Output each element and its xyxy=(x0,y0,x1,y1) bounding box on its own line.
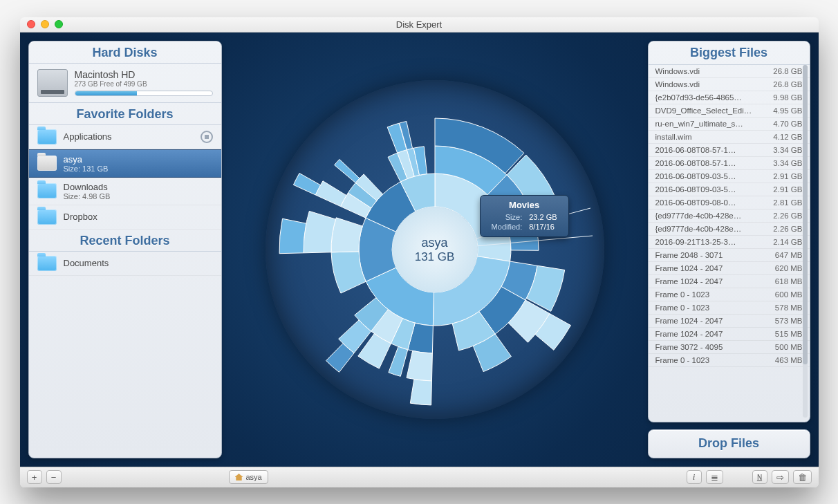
file-name: Windows.vdi xyxy=(655,67,700,75)
file-row[interactable]: Frame 1024 - 2047573 MB xyxy=(649,315,810,328)
file-row[interactable]: 2016-06-08T09-03-5…2.91 GB xyxy=(649,170,810,183)
hard-disk-icon xyxy=(37,69,68,97)
file-name: 2016-06-08T09-03-5… xyxy=(655,185,736,194)
info-button[interactable]: i xyxy=(687,470,702,484)
left-sidebar: Hard Disks Macintosh HD 273 GB Free of 4… xyxy=(28,41,222,458)
folder-icon xyxy=(37,129,57,144)
file-name: Frame 0 - 1023 xyxy=(655,290,710,299)
export-button[interactable]: ⇨ xyxy=(772,470,789,484)
file-size: 618 MB xyxy=(775,277,803,286)
file-row[interactable]: {e2b07d93-de56-4865…9.98 GB xyxy=(649,91,810,104)
file-name: {e2b07d93-de56-4865… xyxy=(655,93,742,102)
disk-usage-bar xyxy=(75,91,213,96)
file-row[interactable]: {ed9777de-4c0b-428e…2.26 GB xyxy=(649,223,810,236)
file-row[interactable]: Windows.vdi26.8 GB xyxy=(649,78,810,91)
recent-folders-title: Recent Folders xyxy=(29,230,221,252)
sunburst-area: asya 131 GB Movies Size:23.2 GB Modified… xyxy=(230,41,640,458)
file-name: 2016-06-08T09-08-0… xyxy=(655,198,736,207)
file-row[interactable]: Frame 0 - 1023578 MB xyxy=(649,301,810,315)
file-row[interactable]: Frame 3072 - 4095500 MB xyxy=(649,341,810,354)
file-size: 578 MB xyxy=(775,304,803,312)
sidebar-item-downloads[interactable]: DownloadsSize: 4.98 GB xyxy=(29,178,221,205)
add-button[interactable]: + xyxy=(27,470,42,484)
file-size: 2.26 GB xyxy=(773,212,802,220)
file-row[interactable]: Frame 1024 - 2047515 MB xyxy=(649,328,810,341)
remove-button[interactable]: − xyxy=(46,470,62,484)
file-name: Frame 2048 - 3071 xyxy=(655,251,723,259)
sunburst-segment[interactable] xyxy=(388,346,407,376)
window-title: Disk Expert xyxy=(20,19,819,30)
right-sidebar: Biggest Files Windows.vdi26.8 GBWindows.… xyxy=(648,41,810,458)
scrollbar[interactable] xyxy=(803,65,808,418)
file-row[interactable]: Frame 1024 - 2047620 MB xyxy=(649,262,810,275)
tooltip-modified: 8/17/16 xyxy=(526,223,559,231)
biggest-files-title: Biggest Files xyxy=(649,41,810,65)
file-size: 26.8 GB xyxy=(773,80,802,88)
breadcrumb[interactable]: asya xyxy=(229,470,268,484)
file-row[interactable]: Frame 1024 - 2047618 MB xyxy=(649,275,810,288)
file-row[interactable]: Frame 2048 - 3071647 MB xyxy=(649,249,810,262)
trash-button[interactable]: 🗑 xyxy=(793,470,812,484)
file-row[interactable]: ru-en_win7_ultimate_s…4.70 GB xyxy=(649,118,810,131)
sunburst-segment[interactable] xyxy=(410,379,431,404)
file-row[interactable]: 2016-06-08T09-03-5…2.91 GB xyxy=(649,183,810,196)
file-name: Frame 1024 - 2047 xyxy=(655,330,723,338)
list-view-button[interactable]: ≣ xyxy=(706,470,723,484)
stop-scan-button[interactable] xyxy=(201,131,213,143)
file-size: 647 MB xyxy=(775,251,803,259)
sunburst-segment[interactable] xyxy=(334,159,359,183)
sunburst-segment[interactable] xyxy=(407,351,432,380)
favorite-folders-list: Applications asyaSize: 131 GB DownloadsS… xyxy=(29,125,221,230)
file-name: 2016-06-08T08-57-1… xyxy=(655,159,736,167)
drop-files-panel[interactable]: Drop Files xyxy=(648,429,810,458)
file-size: 2.14 GB xyxy=(773,238,802,246)
file-row[interactable]: 2016-09-21T13-25-3…2.14 GB xyxy=(649,236,810,249)
sidebar-item-asya[interactable]: asyaSize: 131 GB xyxy=(29,149,221,178)
folder-meta: Size: 131 GB xyxy=(64,165,109,173)
file-row[interactable]: DVD9_Office_Select_Edi…4.95 GB xyxy=(649,104,810,118)
folder-icon xyxy=(37,156,57,171)
file-size: 573 MB xyxy=(775,317,803,325)
biggest-files-list[interactable]: Windows.vdi26.8 GBWindows.vdi26.8 GB{e2b… xyxy=(649,65,810,422)
home-icon xyxy=(235,474,243,480)
file-row[interactable]: Frame 0 - 1023600 MB xyxy=(649,288,810,301)
folder-icon xyxy=(37,209,57,225)
file-name: {ed9777de-4c0b-428e… xyxy=(655,225,742,233)
file-row[interactable]: install.wim4.12 GB xyxy=(649,131,810,144)
scrollbar-thumb[interactable] xyxy=(803,65,808,365)
breadcrumb-label: asya xyxy=(246,473,262,481)
rename-button[interactable]: N xyxy=(752,470,767,484)
file-name: install.wim xyxy=(655,133,692,141)
file-name: 2016-06-08T08-57-1… xyxy=(655,146,736,154)
file-row[interactable]: 2016-06-08T09-08-0…2.81 GB xyxy=(649,196,810,209)
file-row[interactable]: {ed9777de-4c0b-428e…2.26 GB xyxy=(649,209,810,223)
file-size: 2.91 GB xyxy=(773,172,802,180)
file-row[interactable]: 2016-06-08T08-57-1…3.34 GB xyxy=(649,144,810,157)
titlebar[interactable]: Disk Expert xyxy=(20,17,819,32)
sidebar-item-applications[interactable]: Applications xyxy=(29,125,221,149)
file-row[interactable]: Windows.vdi26.8 GB xyxy=(649,65,810,78)
file-size: 500 MB xyxy=(775,343,803,351)
sunburst-segment[interactable] xyxy=(304,211,336,252)
file-size: 2.26 GB xyxy=(773,225,802,233)
sunburst-center-label: asya 131 GB xyxy=(415,235,455,263)
sidebar-item-documents[interactable]: Documents xyxy=(29,252,221,276)
sunburst-disc[interactable]: asya 131 GB xyxy=(266,80,604,419)
sunburst-segment[interactable] xyxy=(293,173,320,194)
disk-row[interactable]: Macintosh HD 273 GB Free of 499 GB xyxy=(29,64,221,103)
file-size: 620 MB xyxy=(775,264,803,272)
file-size: 3.34 GB xyxy=(773,146,802,154)
file-name: Frame 1024 - 2047 xyxy=(655,317,723,325)
recent-folders-list: Documents xyxy=(29,252,221,276)
file-size: 600 MB xyxy=(775,290,803,299)
folder-name: Dropbox xyxy=(64,212,97,222)
file-row[interactable]: 2016-06-08T08-57-1…3.34 GB xyxy=(649,157,810,170)
sunburst-segment[interactable] xyxy=(331,217,362,252)
file-name: Frame 1024 - 2047 xyxy=(655,277,723,286)
sunburst-tooltip: Movies Size:23.2 GB Modified:8/17/16 xyxy=(480,195,569,237)
sunburst-segment[interactable] xyxy=(279,218,306,253)
sidebar-item-dropbox[interactable]: Dropbox xyxy=(29,205,221,230)
file-row[interactable]: Frame 0 - 1023463 MB xyxy=(649,354,810,367)
folder-name: asya xyxy=(64,154,109,165)
favorite-folders-title: Favorite Folders xyxy=(29,103,221,125)
